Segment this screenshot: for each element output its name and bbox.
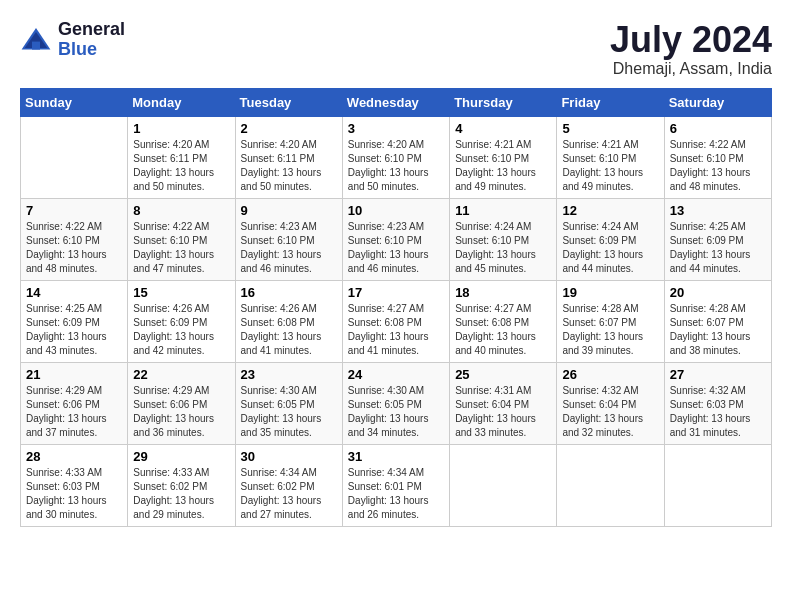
day-detail: Sunrise: 4:33 AMSunset: 6:02 PMDaylight:… <box>133 467 214 520</box>
calendar-cell: 23 Sunrise: 4:30 AMSunset: 6:05 PMDaylig… <box>235 362 342 444</box>
day-number: 21 <box>26 367 122 382</box>
calendar-week-row: 28 Sunrise: 4:33 AMSunset: 6:03 PMDaylig… <box>21 444 772 526</box>
calendar-cell: 17 Sunrise: 4:27 AMSunset: 6:08 PMDaylig… <box>342 280 449 362</box>
calendar-cell: 25 Sunrise: 4:31 AMSunset: 6:04 PMDaylig… <box>450 362 557 444</box>
day-detail: Sunrise: 4:25 AMSunset: 6:09 PMDaylight:… <box>26 303 107 356</box>
svg-rect-2 <box>32 41 40 49</box>
days-of-week-row: SundayMondayTuesdayWednesdayThursdayFrid… <box>21 88 772 116</box>
calendar-cell: 28 Sunrise: 4:33 AMSunset: 6:03 PMDaylig… <box>21 444 128 526</box>
calendar-cell: 14 Sunrise: 4:25 AMSunset: 6:09 PMDaylig… <box>21 280 128 362</box>
calendar-cell: 7 Sunrise: 4:22 AMSunset: 6:10 PMDayligh… <box>21 198 128 280</box>
logo-general: General <box>58 20 125 40</box>
calendar-cell <box>450 444 557 526</box>
day-number: 27 <box>670 367 766 382</box>
calendar-cell: 22 Sunrise: 4:29 AMSunset: 6:06 PMDaylig… <box>128 362 235 444</box>
day-number: 10 <box>348 203 444 218</box>
calendar-cell: 8 Sunrise: 4:22 AMSunset: 6:10 PMDayligh… <box>128 198 235 280</box>
day-detail: Sunrise: 4:29 AMSunset: 6:06 PMDaylight:… <box>26 385 107 438</box>
day-number: 22 <box>133 367 229 382</box>
day-number: 20 <box>670 285 766 300</box>
day-detail: Sunrise: 4:27 AMSunset: 6:08 PMDaylight:… <box>348 303 429 356</box>
day-detail: Sunrise: 4:27 AMSunset: 6:08 PMDaylight:… <box>455 303 536 356</box>
day-detail: Sunrise: 4:24 AMSunset: 6:10 PMDaylight:… <box>455 221 536 274</box>
day-detail: Sunrise: 4:33 AMSunset: 6:03 PMDaylight:… <box>26 467 107 520</box>
calendar-cell: 26 Sunrise: 4:32 AMSunset: 6:04 PMDaylig… <box>557 362 664 444</box>
day-detail: Sunrise: 4:20 AMSunset: 6:11 PMDaylight:… <box>133 139 214 192</box>
day-number: 11 <box>455 203 551 218</box>
day-of-week-header: Wednesday <box>342 88 449 116</box>
calendar-table: SundayMondayTuesdayWednesdayThursdayFrid… <box>20 88 772 527</box>
calendar-header: SundayMondayTuesdayWednesdayThursdayFrid… <box>21 88 772 116</box>
calendar-cell <box>557 444 664 526</box>
calendar-cell: 18 Sunrise: 4:27 AMSunset: 6:08 PMDaylig… <box>450 280 557 362</box>
day-number: 30 <box>241 449 337 464</box>
logo-icon <box>20 24 52 56</box>
day-detail: Sunrise: 4:34 AMSunset: 6:02 PMDaylight:… <box>241 467 322 520</box>
calendar-week-row: 1 Sunrise: 4:20 AMSunset: 6:11 PMDayligh… <box>21 116 772 198</box>
day-number: 14 <box>26 285 122 300</box>
day-detail: Sunrise: 4:20 AMSunset: 6:10 PMDaylight:… <box>348 139 429 192</box>
day-number: 16 <box>241 285 337 300</box>
calendar-week-row: 21 Sunrise: 4:29 AMSunset: 6:06 PMDaylig… <box>21 362 772 444</box>
day-detail: Sunrise: 4:30 AMSunset: 6:05 PMDaylight:… <box>348 385 429 438</box>
day-number: 12 <box>562 203 658 218</box>
month-year: July 2024 <box>610 20 772 60</box>
day-number: 28 <box>26 449 122 464</box>
day-number: 13 <box>670 203 766 218</box>
calendar-cell: 30 Sunrise: 4:34 AMSunset: 6:02 PMDaylig… <box>235 444 342 526</box>
calendar-cell: 29 Sunrise: 4:33 AMSunset: 6:02 PMDaylig… <box>128 444 235 526</box>
calendar-cell: 19 Sunrise: 4:28 AMSunset: 6:07 PMDaylig… <box>557 280 664 362</box>
day-number: 25 <box>455 367 551 382</box>
day-detail: Sunrise: 4:20 AMSunset: 6:11 PMDaylight:… <box>241 139 322 192</box>
day-detail: Sunrise: 4:28 AMSunset: 6:07 PMDaylight:… <box>562 303 643 356</box>
day-of-week-header: Tuesday <box>235 88 342 116</box>
calendar-cell: 21 Sunrise: 4:29 AMSunset: 6:06 PMDaylig… <box>21 362 128 444</box>
day-of-week-header: Monday <box>128 88 235 116</box>
calendar-cell: 13 Sunrise: 4:25 AMSunset: 6:09 PMDaylig… <box>664 198 771 280</box>
calendar-cell: 12 Sunrise: 4:24 AMSunset: 6:09 PMDaylig… <box>557 198 664 280</box>
day-number: 2 <box>241 121 337 136</box>
calendar-cell: 6 Sunrise: 4:22 AMSunset: 6:10 PMDayligh… <box>664 116 771 198</box>
calendar-cell: 10 Sunrise: 4:23 AMSunset: 6:10 PMDaylig… <box>342 198 449 280</box>
day-detail: Sunrise: 4:28 AMSunset: 6:07 PMDaylight:… <box>670 303 751 356</box>
location: Dhemaji, Assam, India <box>610 60 772 78</box>
day-detail: Sunrise: 4:30 AMSunset: 6:05 PMDaylight:… <box>241 385 322 438</box>
day-number: 17 <box>348 285 444 300</box>
day-detail: Sunrise: 4:29 AMSunset: 6:06 PMDaylight:… <box>133 385 214 438</box>
day-number: 29 <box>133 449 229 464</box>
day-number: 31 <box>348 449 444 464</box>
day-number: 19 <box>562 285 658 300</box>
day-detail: Sunrise: 4:32 AMSunset: 6:04 PMDaylight:… <box>562 385 643 438</box>
day-detail: Sunrise: 4:26 AMSunset: 6:09 PMDaylight:… <box>133 303 214 356</box>
day-number: 7 <box>26 203 122 218</box>
day-detail: Sunrise: 4:23 AMSunset: 6:10 PMDaylight:… <box>348 221 429 274</box>
calendar-cell: 27 Sunrise: 4:32 AMSunset: 6:03 PMDaylig… <box>664 362 771 444</box>
day-number: 15 <box>133 285 229 300</box>
day-number: 6 <box>670 121 766 136</box>
calendar-cell <box>664 444 771 526</box>
logo-text: General Blue <box>58 20 125 60</box>
calendar-cell: 16 Sunrise: 4:26 AMSunset: 6:08 PMDaylig… <box>235 280 342 362</box>
day-detail: Sunrise: 4:34 AMSunset: 6:01 PMDaylight:… <box>348 467 429 520</box>
calendar-cell: 11 Sunrise: 4:24 AMSunset: 6:10 PMDaylig… <box>450 198 557 280</box>
day-detail: Sunrise: 4:22 AMSunset: 6:10 PMDaylight:… <box>133 221 214 274</box>
calendar-cell: 15 Sunrise: 4:26 AMSunset: 6:09 PMDaylig… <box>128 280 235 362</box>
day-of-week-header: Thursday <box>450 88 557 116</box>
day-detail: Sunrise: 4:25 AMSunset: 6:09 PMDaylight:… <box>670 221 751 274</box>
day-number: 26 <box>562 367 658 382</box>
day-of-week-header: Saturday <box>664 88 771 116</box>
day-of-week-header: Friday <box>557 88 664 116</box>
logo: General Blue <box>20 20 125 60</box>
calendar-week-row: 7 Sunrise: 4:22 AMSunset: 6:10 PMDayligh… <box>21 198 772 280</box>
day-number: 24 <box>348 367 444 382</box>
day-number: 4 <box>455 121 551 136</box>
day-number: 3 <box>348 121 444 136</box>
calendar-cell: 3 Sunrise: 4:20 AMSunset: 6:10 PMDayligh… <box>342 116 449 198</box>
calendar-cell: 9 Sunrise: 4:23 AMSunset: 6:10 PMDayligh… <box>235 198 342 280</box>
calendar-cell: 20 Sunrise: 4:28 AMSunset: 6:07 PMDaylig… <box>664 280 771 362</box>
day-detail: Sunrise: 4:26 AMSunset: 6:08 PMDaylight:… <box>241 303 322 356</box>
day-detail: Sunrise: 4:22 AMSunset: 6:10 PMDaylight:… <box>26 221 107 274</box>
title-area: July 2024 Dhemaji, Assam, India <box>610 20 772 78</box>
calendar-cell: 1 Sunrise: 4:20 AMSunset: 6:11 PMDayligh… <box>128 116 235 198</box>
day-of-week-header: Sunday <box>21 88 128 116</box>
